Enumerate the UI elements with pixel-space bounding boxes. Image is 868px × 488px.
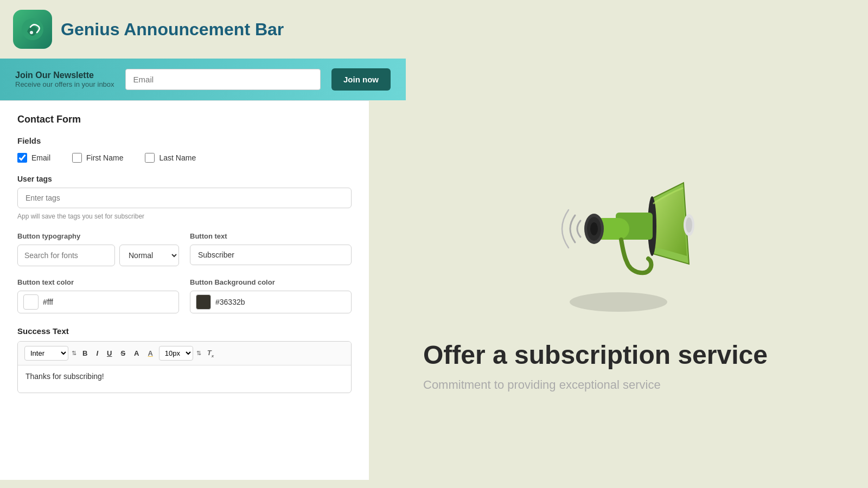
text-color-input-wrap — [17, 291, 179, 313]
user-tags-label: User tags — [17, 175, 352, 183]
lastname-field-check[interactable]: Last Name — [145, 153, 196, 163]
typography-text-row: Button typography Normal Bold Italic Lig… — [17, 232, 352, 266]
rte-underline-button[interactable]: U — [104, 348, 114, 359]
color-row: Button text color Button Background colo… — [17, 278, 352, 313]
rte-font-select[interactable]: Inter Arial Georgia — [24, 346, 68, 361]
firstname-field-label: First Name — [86, 153, 123, 162]
button-typography-group: Button typography Normal Bold Italic Lig… — [17, 232, 179, 266]
fields-label: Fields — [17, 136, 352, 145]
rte-font-size-select[interactable]: 10px 12px 14px 16px — [159, 346, 193, 361]
rte-text-highlight-button[interactable]: A — [145, 348, 155, 359]
rich-text-editor: Inter Arial Georgia ⇅ B I U S A A 10px 1… — [17, 341, 352, 393]
firstname-field-check[interactable]: First Name — [72, 153, 123, 163]
left-panel: Contact Form Fields Email First Name Las… — [0, 100, 369, 480]
button-bg-color-group: Button Background color — [190, 278, 352, 313]
fields-row: Email First Name Last Name — [17, 153, 352, 163]
button-text-color-label: Button text color — [17, 278, 179, 286]
right-panel: Offer a subscription service Commitment … — [369, 100, 868, 480]
bg-color-swatch[interactable] — [196, 294, 211, 310]
button-text-color-group: Button text color — [17, 278, 179, 313]
main-layout: Contact Form Fields Email First Name Las… — [0, 100, 868, 480]
announcement-title: Join Our Newslette — [15, 70, 114, 80]
button-bg-color-label: Button Background color — [190, 278, 352, 286]
font-style-select[interactable]: Normal Bold Italic Light — [119, 245, 179, 266]
announcement-subtitle: Receive our offers in your inbox — [15, 80, 114, 88]
announcement-email-input[interactable] — [125, 69, 321, 90]
bg-color-input-wrap — [190, 291, 352, 313]
rte-italic-button[interactable]: I — [93, 348, 101, 359]
button-text-input[interactable] — [190, 245, 352, 265]
success-text-label: Success Text — [17, 326, 352, 336]
rte-content[interactable]: Thanks for subscribing! — [18, 365, 351, 393]
lastname-field-label: Last Name — [159, 153, 196, 162]
rte-size-arrows-icon: ⇅ — [196, 350, 201, 357]
rte-text-color-button[interactable]: A — [131, 348, 142, 359]
email-field-check[interactable]: Email — [17, 153, 50, 163]
text-color-hex-input[interactable] — [43, 298, 173, 306]
svg-point-10 — [686, 217, 692, 233]
button-typography-label: Button typography — [17, 232, 179, 240]
rte-toolbar: Inter Arial Georgia ⇅ B I U S A A 10px 1… — [18, 342, 351, 365]
rte-clear-format-button[interactable]: Tx — [205, 347, 216, 360]
section-title: Contact Form — [17, 114, 352, 125]
tags-hint: App will save the tags you set for subsc… — [17, 213, 352, 220]
announcement-bar: Join Our Newslette Receive our offers in… — [0, 59, 406, 100]
tagline-section: Offer a subscription service Commitment … — [391, 340, 768, 391]
lastname-checkbox[interactable] — [145, 153, 155, 163]
megaphone-container — [532, 156, 705, 318]
announcement-text: Join Our Newslette Receive our offers in… — [15, 70, 114, 88]
rte-strikethrough-button[interactable]: S — [118, 348, 128, 359]
button-text-label: Button text — [190, 232, 352, 240]
tagline-sub: Commitment to providing exceptional serv… — [423, 378, 768, 392]
app-logo — [13, 10, 52, 49]
join-now-button[interactable]: Join now — [331, 68, 391, 91]
svg-point-1 — [30, 31, 33, 34]
email-field-label: Email — [31, 153, 50, 162]
tagline-main: Offer a subscription service — [423, 340, 768, 370]
rte-bold-button[interactable]: B — [80, 348, 90, 359]
bg-color-hex-input[interactable] — [215, 298, 346, 306]
app-header: Genius Announcement Bar — [0, 0, 868, 59]
text-color-swatch[interactable] — [23, 294, 39, 310]
svg-point-2 — [570, 292, 667, 312]
rte-font-arrows-icon: ⇅ — [72, 350, 76, 357]
font-search-input[interactable] — [17, 245, 115, 266]
svg-point-8 — [590, 222, 598, 235]
tags-input[interactable] — [17, 188, 352, 208]
firstname-checkbox[interactable] — [72, 153, 82, 163]
app-title: Genius Announcement Bar — [61, 20, 284, 40]
email-checkbox[interactable] — [17, 153, 27, 163]
button-text-group: Button text — [190, 232, 352, 266]
